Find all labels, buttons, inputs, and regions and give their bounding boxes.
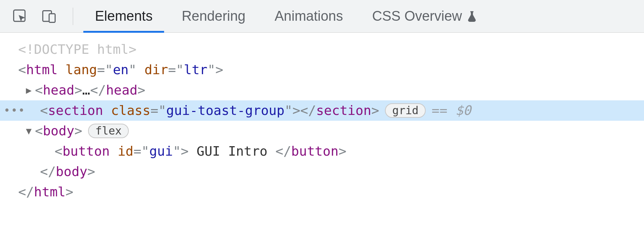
dom-node-html-open[interactable]: <html lang="en" dir="ltr">: [0, 60, 644, 80]
selected-node-reference: == $0: [432, 100, 471, 121]
tab-label: CSS Overview: [372, 8, 462, 24]
dom-node-body[interactable]: ▼<body> flex: [0, 121, 644, 141]
tab-elements[interactable]: Elements: [80, 0, 167, 32]
layout-badge-flex[interactable]: flex: [88, 124, 129, 138]
dom-tree[interactable]: <!DOCTYPE html> <html lang="en" dir="ltr…: [0, 33, 644, 202]
devtools-toolbar: Elements Rendering Animations CSS Overvi…: [0, 0, 644, 33]
tab-css-overview[interactable]: CSS Overview: [358, 0, 493, 32]
toolbar-separator: [73, 8, 73, 25]
dom-node-body-close[interactable]: </body>: [0, 161, 644, 182]
svg-rect-2: [49, 13, 55, 22]
tab-rendering[interactable]: Rendering: [167, 0, 260, 32]
tab-strip: Elements Rendering Animations CSS Overvi…: [80, 0, 493, 32]
inspect-icon[interactable]: [11, 7, 29, 25]
tab-label: Animations: [275, 8, 343, 24]
more-actions-icon[interactable]: •••: [4, 100, 25, 121]
layout-badge-grid[interactable]: grid: [385, 103, 426, 118]
expand-arrow-icon[interactable]: ▶: [24, 80, 33, 100]
dom-node-section-selected[interactable]: ••• <section class="gui-toast-group"></s…: [0, 100, 644, 121]
doctype-text: <!DOCTYPE html>: [18, 39, 136, 60]
dom-node-button[interactable]: <button id="gui"> GUI Intro </button>: [0, 141, 644, 161]
tab-label: Rendering: [182, 8, 245, 24]
dom-node-doctype[interactable]: <!DOCTYPE html>: [0, 39, 644, 60]
tab-label: Elements: [95, 8, 152, 24]
beaker-icon: [466, 10, 478, 23]
collapse-arrow-icon[interactable]: ▼: [24, 121, 33, 141]
dom-node-html-close[interactable]: </html>: [0, 182, 644, 202]
device-toggle-icon[interactable]: [40, 7, 58, 25]
tab-animations[interactable]: Animations: [260, 0, 358, 32]
dom-node-head[interactable]: ▶<head>…</head>: [0, 80, 644, 100]
